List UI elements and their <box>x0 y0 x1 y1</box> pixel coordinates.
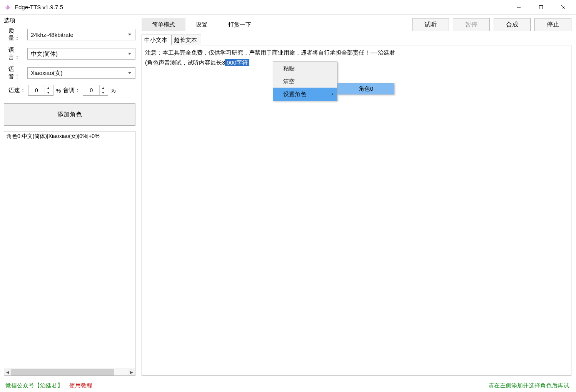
options-panel: 选项 质量： 24khz-48kbitrate 语言： 中文(简体) 语音： X… <box>0 15 139 379</box>
voice-value: Xiaoxiao(女) <box>31 70 63 77</box>
quality-select[interactable]: 24khz-48kbitrate <box>27 29 135 40</box>
speed-suffix: % <box>56 87 61 94</box>
sub-tab-short-text[interactable]: 中小文本 <box>142 35 172 45</box>
tutorial-link[interactable]: 使用教程 <box>69 382 92 389</box>
svg-rect-0 <box>7 5 9 9</box>
submenu-role[interactable]: 角色0 <box>337 83 394 95</box>
horizontal-scrollbar[interactable]: ◀ ▶ <box>4 369 135 375</box>
context-menu: 粘贴 清空 设置角色 › <box>273 61 337 101</box>
language-value: 中文(简体) <box>31 50 58 58</box>
close-button[interactable] <box>552 0 574 15</box>
title-bar: Edge-TTS v1.9.7.5 <box>0 0 576 15</box>
tab-settings[interactable]: 设置 <box>185 18 218 31</box>
pitch-stepper[interactable]: ▲ ▼ <box>83 85 108 96</box>
wechat-link[interactable]: 微信公众号【治廷君】 <box>5 382 63 389</box>
scroll-left-icon[interactable]: ◀ <box>4 369 11 375</box>
voice-label: 语音： <box>4 66 25 80</box>
svg-rect-2 <box>539 5 543 9</box>
language-label: 语言： <box>4 47 25 61</box>
synthesize-button[interactable]: 合成 <box>494 18 531 31</box>
tab-simple-mode[interactable]: 简单模式 <box>142 18 185 31</box>
add-role-button[interactable]: 添加角色 <box>4 103 135 126</box>
pitch-down-icon[interactable]: ▼ <box>100 90 106 95</box>
top-toolbar: 简单模式 设置 打赏一下 试听 暂停 合成 停止 <box>142 17 571 32</box>
scroll-right-icon[interactable]: ▶ <box>128 369 135 375</box>
scrollbar-thumb[interactable] <box>11 369 114 375</box>
selected-text: 000字符 <box>225 59 249 66</box>
status-message: 请在左侧添加并选择角色后再试. <box>488 382 571 389</box>
minimize-button[interactable] <box>508 0 530 15</box>
pause-button[interactable]: 暂停 <box>453 18 490 31</box>
chevron-right-icon: › <box>332 90 333 98</box>
text-line-2: (角色声音测试，试听内容最长3000字符 <box>145 58 568 68</box>
status-bar: 微信公众号【治廷君】 使用教程 请在左侧添加并选择角色后再试. <box>0 379 576 392</box>
tab-donate[interactable]: 打赏一下 <box>218 18 262 31</box>
text-line-1: 注意：本工具完全免费，仅供学习研究，严禁用于商业用途，违者将自行承担全部责任！-… <box>145 48 568 58</box>
quality-value: 24khz-48kbitrate <box>31 32 73 38</box>
stop-button[interactable]: 停止 <box>534 18 571 31</box>
menu-item-clear[interactable]: 清空 <box>273 75 337 88</box>
maximize-button[interactable] <box>530 0 552 15</box>
list-item[interactable]: 角色0:中文(简体)|Xiaoxiao(女)|0%|+0% <box>4 131 135 141</box>
speed-label: 语速： <box>8 87 26 94</box>
app-icon <box>4 3 12 11</box>
role-list[interactable]: 角色0:中文(简体)|Xiaoxiao(女)|0%|+0% ◀ ▶ <box>4 131 135 376</box>
options-section-label: 选项 <box>4 17 135 24</box>
menu-item-paste[interactable]: 粘贴 <box>273 62 337 75</box>
text-input-area[interactable]: 注意：本工具完全免费，仅供学习研究，严禁用于商业用途，违者将自行承担全部责任！-… <box>142 45 571 376</box>
menu-item-set-role[interactable]: 设置角色 › <box>273 88 337 101</box>
quality-label: 质量： <box>4 27 25 42</box>
pitch-up-icon[interactable]: ▲ <box>100 85 106 90</box>
pitch-suffix: % <box>110 87 115 94</box>
speed-down-icon[interactable]: ▼ <box>45 90 52 95</box>
speed-input[interactable] <box>28 87 45 93</box>
pitch-input[interactable] <box>83 87 99 93</box>
sub-tab-long-text[interactable]: 超长文本 <box>171 35 201 45</box>
window-title: Edge-TTS v1.9.7.5 <box>15 4 508 10</box>
language-select[interactable]: 中文(简体) <box>27 48 135 60</box>
main-panel: 简单模式 设置 打赏一下 试听 暂停 合成 停止 中小文本 超长文本 注意：本工… <box>139 15 576 379</box>
preview-button[interactable]: 试听 <box>412 18 449 31</box>
voice-select[interactable]: Xiaoxiao(女) <box>27 67 135 79</box>
pitch-label: 音调： <box>63 87 80 94</box>
scrollbar-track[interactable] <box>11 369 128 375</box>
submenu-item-role0[interactable]: 角色0 <box>359 84 373 94</box>
speed-up-icon[interactable]: ▲ <box>45 85 52 90</box>
speed-stepper[interactable]: ▲ ▼ <box>28 85 53 96</box>
